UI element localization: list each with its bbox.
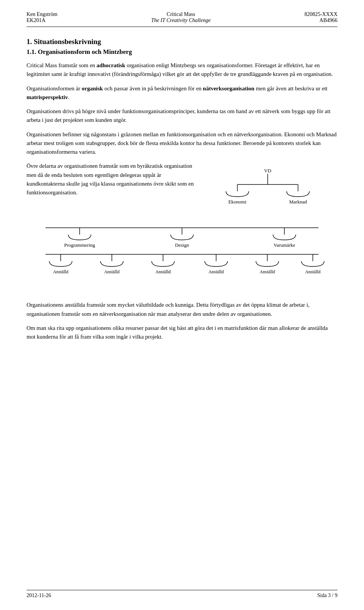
- document-subtitle: The IT Creativity Challenge: [151, 17, 211, 24]
- page-footer: 2012-11-26 Sida 3 / 9: [27, 590, 337, 599]
- header-center: Critical Mass The IT Creativity Challeng…: [151, 11, 211, 24]
- ekonomi-label: Ekonomi: [228, 199, 246, 205]
- org-chart-bottom-wrapper: Programmering Design Varumärke Anställd …: [27, 216, 337, 294]
- page: Ken Engström EK201A Critical Mass The IT…: [0, 0, 364, 610]
- svg-text:Anställd: Anställd: [305, 269, 321, 274]
- paragraph-4: Organisationen befinner sig någonstans i…: [27, 130, 337, 157]
- footer-date: 2012-11-26: [27, 593, 51, 599]
- diagram-description: Övre delarna av organisationen framstår …: [27, 162, 194, 197]
- page-header: Ken Engström EK201A Critical Mass The IT…: [27, 11, 337, 27]
- svg-text:Anställd: Anställd: [53, 269, 69, 274]
- section-1-title: 1. Situationsbeskrivning: [27, 38, 337, 46]
- author-name: Ken Engström: [27, 11, 57, 17]
- org-chart-top: VD Ekonomi Marknad: [209, 166, 326, 211]
- marknad-label: Marknad: [289, 199, 307, 205]
- svg-text:Anställd: Anställd: [209, 269, 224, 274]
- header-right: 820825-XXXX AB4966: [304, 11, 337, 24]
- paragraph-2: Organisationsformen är organisk och pass…: [27, 84, 337, 102]
- paragraph-3: Organisationen drivs på högre nivå under…: [27, 107, 337, 125]
- header-left: Ken Engström EK201A: [27, 11, 57, 24]
- org-chart-area: VD Ekonomi Marknad: [198, 162, 337, 211]
- course-code: EK201A: [27, 17, 57, 24]
- org-chart-bottom: Programmering Design Varumärke Anställd …: [27, 216, 337, 292]
- design-label: Design: [175, 242, 189, 248]
- paragraph-6: Om man ska rita upp organisationens olik…: [27, 324, 337, 342]
- svg-text:Anställd: Anställd: [104, 269, 120, 274]
- varumarke-label: Varumärke: [273, 242, 295, 248]
- svg-text:Anställd: Anställd: [155, 269, 171, 274]
- svg-text:Anställd: Anställd: [260, 269, 275, 274]
- content-diagram-section: Övre delarna av organisationen framstår …: [27, 162, 337, 211]
- diagram-left-text: Övre delarna av organisationen framstår …: [27, 162, 198, 197]
- footer-page: Sida 3 / 9: [317, 593, 337, 599]
- document-title: Critical Mass: [151, 11, 211, 17]
- student-id: 820825-XXXX: [304, 11, 337, 17]
- document-id: AB4966: [304, 17, 337, 24]
- paragraph-5: Organisationens anställda framstår som m…: [27, 301, 337, 318]
- vd-label: VD: [264, 168, 271, 173]
- paragraph-1: Critical Mass framstår som en adhocratis…: [27, 61, 337, 79]
- programmering-label: Programmering: [64, 242, 95, 248]
- section-11-title: 1.1. Organisationsform och Mintzberg: [27, 48, 337, 56]
